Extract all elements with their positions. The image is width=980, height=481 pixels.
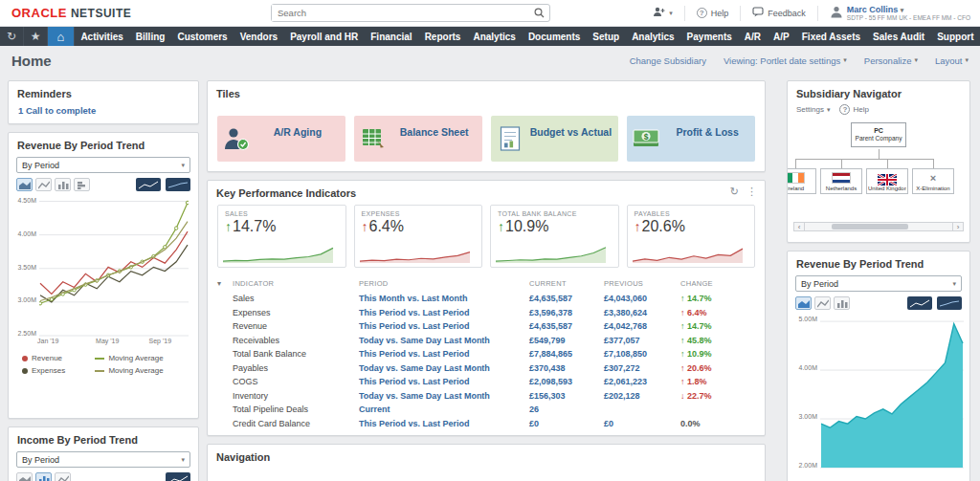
- user-menu[interactable]: Marc Collins ▾ SDTP - 55 FF MM UK - EMEA…: [830, 5, 970, 22]
- scroll-right-arrow[interactable]: ›: [952, 223, 963, 230]
- viewing-settings-link[interactable]: Viewing: Portlet date settings▾: [724, 55, 847, 66]
- nav-item-billing[interactable]: Billing: [129, 27, 171, 46]
- nav-item-activities[interactable]: Activities: [75, 27, 129, 46]
- kebab-menu-icon[interactable]: ⋮: [746, 186, 757, 198]
- area-chart-icon[interactable]: [16, 472, 33, 481]
- table-row: PayablesToday vs. Same Day Last Month£37…: [208, 361, 765, 376]
- bar-chart-icon[interactable]: [834, 296, 850, 310]
- line-chart-icon[interactable]: [35, 178, 52, 191]
- area-chart-icon[interactable]: [795, 296, 812, 310]
- subsidiary-node-netherlands[interactable]: Netherlands: [820, 168, 862, 194]
- sales-sparkline: [222, 243, 334, 264]
- user-name: Marc Collins: [847, 5, 899, 14]
- period-select[interactable]: By Period▾: [16, 157, 190, 173]
- tile-profit-loss[interactable]: $ Profit & Loss: [627, 116, 755, 162]
- table-row: InventoryToday vs. Same Day Last Month£1…: [208, 389, 765, 404]
- report-document-icon: [491, 124, 529, 153]
- navigation-title: Navigation: [208, 445, 765, 466]
- spreadsheet-pencil-icon: [354, 124, 392, 153]
- nav-item-financial[interactable]: Financial: [365, 27, 418, 46]
- change-subsidiary-link[interactable]: Change Subsidiary: [630, 55, 706, 66]
- nav-item-analytics-2[interactable]: Analytics: [626, 27, 680, 46]
- help-link[interactable]: ?Help: [839, 104, 868, 115]
- quick-add-menu[interactable]: ▾: [653, 7, 673, 19]
- recent-records-icon[interactable]: ↻: [0, 27, 24, 46]
- tile-budget-vs-actual[interactable]: Budget vs Actual: [491, 116, 619, 162]
- legend-marker: [22, 368, 28, 374]
- scrollbar-thumb[interactable]: [832, 224, 908, 230]
- period-select[interactable]: By Period▾: [795, 275, 962, 292]
- divider: [740, 6, 741, 21]
- kpi-card-expenses[interactable]: EXPENSES ↑6.4%: [354, 205, 483, 268]
- nav-item-reports[interactable]: Reports: [418, 27, 467, 46]
- settings-link[interactable]: Settings▾: [796, 105, 830, 114]
- feedback-menu[interactable]: Feedback: [752, 7, 806, 19]
- period-select[interactable]: By Period▾: [16, 451, 190, 468]
- table-row: ExpensesThis Period vs. Last Period£3,59…: [208, 306, 765, 320]
- home-tab-icon[interactable]: ⌂: [48, 27, 75, 46]
- kpi-card-payables[interactable]: PAYABLES ↑20.6%: [627, 205, 756, 268]
- revenue-trend-portlet: Revenue By Period Trend By Period▾ 4.50M…: [8, 132, 199, 419]
- reminder-call-to-complete-link[interactable]: 1 Call to complete: [9, 102, 198, 123]
- chart-preview-thumbnail[interactable]: [166, 472, 190, 481]
- nav-item-analytics[interactable]: Analytics: [467, 27, 522, 46]
- help-menu[interactable]: ? Help: [697, 8, 729, 18]
- nav-item-ap[interactable]: A/P: [768, 27, 796, 46]
- kpi-card-total-bank-balance[interactable]: TOTAL BANK BALANCE ↑10.9%: [490, 205, 619, 268]
- nav-item-setup[interactable]: Setup: [587, 27, 626, 46]
- chart-preview-thumbnail[interactable]: [166, 178, 190, 191]
- column-chart-icon[interactable]: [74, 178, 90, 191]
- subsidiary-node-ireland[interactable]: Ireland: [788, 168, 816, 194]
- chart-preview-thumbnail[interactable]: [136, 178, 161, 191]
- nav-item-sales-audit[interactable]: Sales Audit: [867, 27, 931, 46]
- y-axis-labels: 4.50M 4.00M 3.50M 3.00M 2.50M: [14, 197, 39, 337]
- nav-item-documents[interactable]: Documents: [522, 27, 586, 46]
- subsidiary-node-united-kingdom[interactable]: United Kingdom: [866, 168, 908, 194]
- nav-item-payroll-hr[interactable]: Payroll and HR: [284, 27, 365, 46]
- feedback-label: Feedback: [768, 9, 806, 18]
- chevron-down-icon: ▾: [952, 280, 956, 288]
- brand-logo: ORACLE NETSUITE: [0, 6, 131, 20]
- layout-link[interactable]: Layout▾: [935, 55, 969, 66]
- legend-item: Moving Average: [95, 354, 187, 362]
- chevron-down-icon: ▾: [965, 56, 969, 64]
- subsidiary-node-x-elimination[interactable]: × X-Elimination: [912, 168, 954, 194]
- nav-item-vendors[interactable]: Vendors: [234, 27, 283, 46]
- tile-balance-sheet[interactable]: Balance Sheet: [354, 116, 482, 162]
- tile-ar-aging[interactable]: A/R Aging: [217, 116, 345, 162]
- personalize-link[interactable]: Personalize▾: [864, 55, 918, 66]
- help-icon: ?: [839, 104, 850, 115]
- header-actions: ▾ ? Help Feedback Marc Collins ▾ SDTP - …: [653, 5, 980, 22]
- left-column: Reminders 1 Call to complete Revenue By …: [8, 80, 199, 481]
- parent-company-node[interactable]: PCParent Company: [851, 122, 906, 147]
- area-chart-icon[interactable]: [16, 178, 33, 191]
- line-chart-icon[interactable]: [55, 472, 71, 481]
- bar-chart-icon[interactable]: [55, 178, 71, 191]
- shortcuts-star-icon[interactable]: ★: [24, 27, 48, 46]
- search-input[interactable]: [272, 5, 534, 21]
- netsuite-home-dashboard: ORACLE NETSUITE ▾ ? Help Feedback: [0, 0, 980, 481]
- kpi-card-sales[interactable]: SALES ↑14.7%: [217, 205, 346, 268]
- line-chart-icon[interactable]: [814, 296, 831, 310]
- nav-item-support[interactable]: Support: [931, 27, 980, 46]
- revenue-trend-right-portlet: Revenue By Period Trend By Period▾ 5.00M…: [787, 251, 970, 481]
- divider: [684, 6, 685, 21]
- subsidiary-navigator-title: Subsidiary Navigator: [788, 81, 969, 102]
- nav-item-fixed-assets[interactable]: Fixed Assets: [795, 27, 866, 46]
- nav-item-ar[interactable]: A/R: [738, 27, 767, 46]
- chart-preview-thumbnail[interactable]: [907, 296, 932, 310]
- revenue-trend-right-chart-area: 5.00M 4.00M 3.00M 2.00M: [788, 312, 969, 469]
- chart-preview-thumbnail[interactable]: [937, 296, 962, 310]
- up-arrow-icon: ↑: [635, 219, 641, 234]
- collapse-caret-icon[interactable]: ▾: [217, 279, 233, 288]
- refresh-icon[interactable]: ↻: [730, 186, 739, 198]
- search-icon[interactable]: [534, 5, 545, 22]
- bar-chart-icon[interactable]: [35, 472, 52, 481]
- org-connector: [887, 159, 888, 168]
- org-connector: [795, 159, 796, 168]
- y-axis-labels: 5.00M 4.00M 3.00M 2.00M: [793, 316, 820, 469]
- scrollbar-track[interactable]: [805, 223, 952, 230]
- scroll-left-arrow[interactable]: ‹: [794, 223, 805, 230]
- nav-item-customers[interactable]: Customers: [171, 27, 234, 46]
- nav-item-payments[interactable]: Payments: [680, 27, 738, 46]
